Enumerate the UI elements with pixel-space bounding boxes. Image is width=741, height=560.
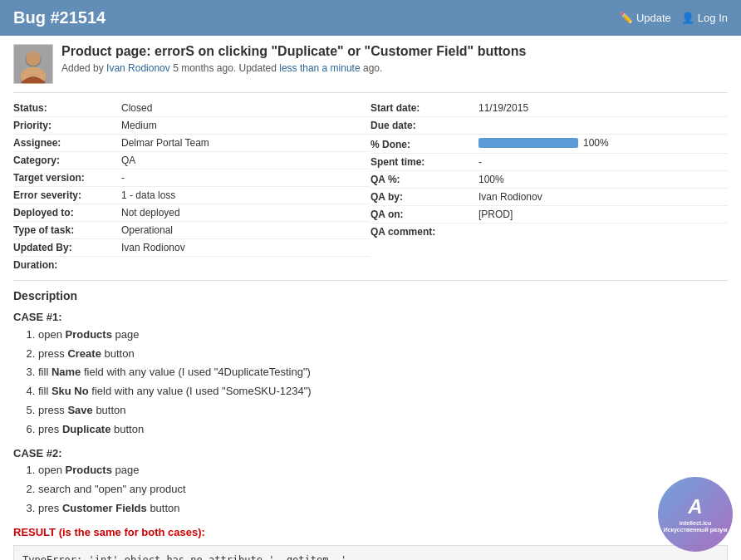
field-value: [PROD] xyxy=(478,209,513,220)
field-row: QA comment: xyxy=(370,224,728,240)
field-row: Target version:- xyxy=(13,169,370,187)
field-value: - xyxy=(478,156,482,168)
fields-section: Status:ClosedPriority:MediumAssignee:Del… xyxy=(13,92,728,281)
field-row: Assignee:Delmar Portal Team xyxy=(13,135,370,152)
field-label: Spent time: xyxy=(370,156,478,168)
field-label: % Done: xyxy=(370,139,478,150)
list-item: open Products page xyxy=(38,462,728,479)
field-value: Medium xyxy=(121,120,157,131)
field-row: % Done:100% xyxy=(370,135,728,154)
field-label: QA %: xyxy=(370,174,478,185)
field-row: Updated By:Ivan Rodionov xyxy=(13,239,370,257)
bug-title-section: Product page: errorS on clicking "Duplic… xyxy=(13,44,728,84)
list-item: fill Sku No field with any value (I used… xyxy=(38,383,728,400)
fields-right: Start date:11/19/2015Due date:% Done:100… xyxy=(370,100,728,273)
case1-steps: open Products pagepress Create buttonfil… xyxy=(38,327,728,439)
bug-title-info: Product page: errorS on clicking "Duplic… xyxy=(61,44,526,74)
field-label: Updated By: xyxy=(13,242,121,253)
fields-grid: Status:ClosedPriority:MediumAssignee:Del… xyxy=(13,100,728,273)
list-item: pres Customer Fields button xyxy=(38,500,728,518)
field-value: 1 - data loss xyxy=(121,189,175,201)
field-row: Duration: xyxy=(13,257,370,273)
progress-bar-container: 100% xyxy=(478,137,609,149)
case2-steps: open Products pagesearch and "open" any … xyxy=(38,462,728,517)
field-row: Start date:11/19/2015 xyxy=(370,100,728,117)
description-section: Description CASE #1: open Products pagep… xyxy=(13,289,728,560)
field-label: Start date: xyxy=(370,102,478,114)
field-value: Ivan Rodionov xyxy=(478,191,542,203)
pencil-icon: ✏️ xyxy=(620,12,633,24)
person-icon: 👤 xyxy=(681,12,694,24)
field-row: Status:Closed xyxy=(13,100,370,117)
field-value: Ivan Rodionov xyxy=(121,242,185,253)
avatar xyxy=(13,44,53,84)
updated-text: ago. Updated xyxy=(217,62,277,74)
field-row: Priority:Medium xyxy=(13,117,370,135)
field-value: 11/19/2015 xyxy=(478,102,528,114)
list-item: pres Duplicate button xyxy=(38,421,728,439)
case2-title: CASE #2: xyxy=(13,445,728,463)
list-item: press Create button xyxy=(38,346,728,363)
result-label: RESULT (is the same for both cases): xyxy=(13,524,728,542)
list-item: press Save button xyxy=(38,402,728,420)
field-label: Assignee: xyxy=(13,137,121,149)
field-label: Status: xyxy=(13,102,121,114)
field-label: Category: xyxy=(13,155,121,166)
svg-point-6 xyxy=(26,52,40,66)
case1-title: CASE #1: xyxy=(13,309,728,327)
description-content: CASE #1: open Products pagepress Create … xyxy=(13,309,728,560)
field-value: - xyxy=(121,172,125,184)
author-link[interactable]: Ivan Rodionov xyxy=(106,62,170,74)
field-row: Type of task:Operational xyxy=(13,222,370,239)
description-title: Description xyxy=(13,289,728,302)
field-label: QA comment: xyxy=(370,226,478,238)
list-item: open Products page xyxy=(38,327,728,344)
main-content: Product page: errorS on clicking "Duplic… xyxy=(0,36,741,560)
page-title: Bug #21514 xyxy=(13,8,106,27)
field-value: Delmar Portal Team xyxy=(121,137,209,149)
bug-subtitle: Added by Ivan Rodionov 5 months ago. Upd… xyxy=(61,62,526,74)
field-label: Priority: xyxy=(13,120,121,131)
field-row: Category:QA xyxy=(13,152,370,169)
field-row: Error severity:1 - data loss xyxy=(13,187,370,204)
field-label: Duration: xyxy=(13,259,121,271)
page-header: Bug #21514 ✏️ Update 👤 Log In xyxy=(0,0,741,36)
progress-bar-bg xyxy=(478,138,578,148)
field-row: QA on:[PROD] xyxy=(370,206,728,224)
field-label: Error severity: xyxy=(13,189,121,201)
list-item: search and "open" any product xyxy=(38,481,728,499)
field-label: Target version: xyxy=(13,172,121,184)
bug-issue-title: Product page: errorS on clicking "Duplic… xyxy=(61,44,526,59)
fields-left: Status:ClosedPriority:MediumAssignee:Del… xyxy=(13,100,370,273)
field-row: QA by:Ivan Rodionov xyxy=(370,189,728,206)
field-value: Closed xyxy=(121,102,152,114)
header-actions: ✏️ Update 👤 Log In xyxy=(620,12,728,24)
field-row: Deployed to:Not deployed xyxy=(13,204,370,222)
progress-percent: 100% xyxy=(583,137,609,149)
added-by-text: Added by xyxy=(61,62,104,74)
field-value: Operational xyxy=(121,224,173,236)
field-value: QA xyxy=(121,155,135,166)
list-item: fill Name field with any value (I used "… xyxy=(38,364,728,381)
field-value: 100% xyxy=(478,174,504,185)
field-row: Spent time:- xyxy=(370,154,728,171)
field-label: QA on: xyxy=(370,209,478,220)
field-row: Due date: xyxy=(370,117,728,135)
field-row: QA %:100% xyxy=(370,171,728,189)
error-box: TypeError: 'int' object has no attribute… xyxy=(13,545,728,560)
field-value: Not deployed xyxy=(121,207,180,219)
update-button[interactable]: ✏️ Update xyxy=(620,12,671,24)
field-label: Due date: xyxy=(370,120,478,131)
time-ago: 5 months xyxy=(173,62,213,74)
updated-suffix: ago. xyxy=(363,62,382,74)
progress-bar-fill xyxy=(478,138,578,148)
field-label: QA by: xyxy=(370,191,478,203)
login-button[interactable]: 👤 Log In xyxy=(681,12,728,24)
field-label: Deployed to: xyxy=(13,207,121,219)
updated-time-link[interactable]: less than a minute xyxy=(279,62,360,74)
field-label: Type of task: xyxy=(13,224,121,236)
